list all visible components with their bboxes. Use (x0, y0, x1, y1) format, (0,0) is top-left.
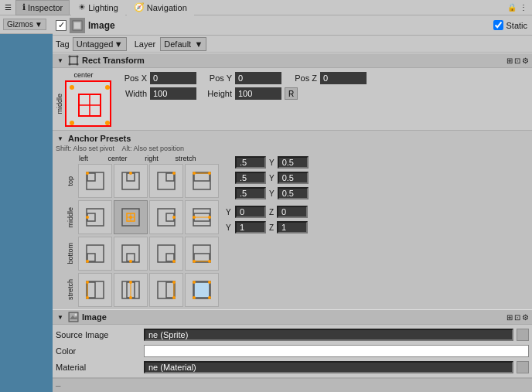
row-label-spacer (56, 155, 66, 308)
preset-stretch-stretch[interactable] (185, 273, 219, 307)
tab-navigation[interactable]: 🧭 Navigation (127, 0, 194, 15)
width-input[interactable] (150, 87, 196, 100)
preset-stretch-left[interactable] (78, 273, 112, 307)
preset-top-left[interactable] (78, 164, 112, 198)
layer-dropdown[interactable]: Default ▼ (160, 37, 206, 51)
r-button[interactable]: R (285, 87, 298, 100)
image-comp-title: Image (82, 312, 107, 322)
material-label: Material (56, 363, 141, 372)
preset-top-stretch[interactable] (185, 164, 219, 198)
pos-y-input[interactable] (235, 72, 281, 84)
scene-view-panel (0, 34, 53, 392)
preset-top-right[interactable] (149, 164, 183, 198)
preset-middle-center[interactable] (114, 200, 148, 234)
pos-z3-row: Y Z (226, 220, 309, 234)
anchor-widget-svg (66, 82, 113, 128)
bottom-bar: ─ (53, 378, 532, 392)
preset-middle-stretch[interactable] (185, 200, 219, 234)
presets-right-values: Y Y Y (226, 145, 309, 308)
height-input[interactable] (235, 87, 281, 100)
anchor-presets-body: Shift: Also set pivot Alt: Also set posi… (56, 145, 529, 308)
pos-row: Pos X Pos Y Pos Z (114, 71, 529, 85)
image-comp-gear-icon[interactable]: ⚙ (522, 313, 529, 322)
anchor-presets-title: Anchor Presets (68, 134, 131, 143)
pos-z3-input[interactable] (235, 221, 266, 233)
color-picker[interactable] (144, 345, 529, 357)
svg-point-22 (172, 172, 176, 175)
pos-z2-input[interactable] (235, 206, 266, 218)
presets-row-top: top (66, 163, 220, 199)
anchor-max-y-input[interactable] (278, 187, 309, 199)
preset-bottom-center[interactable] (114, 237, 148, 271)
gizmos-dropdown-icon: ▼ (35, 20, 43, 29)
svg-point-8 (105, 85, 110, 90)
gizmos-label: Gizmos (7, 20, 33, 29)
menu-icon[interactable]: ☰ (2, 2, 14, 14)
pos-z-input[interactable] (320, 72, 367, 84)
inspector-scroll-area[interactable]: ▼ Rect Transform ⊞ ⊡ ⚙ (53, 53, 532, 378)
rect-transform-collapse[interactable]: ▼ (56, 56, 65, 65)
tag-dropdown-arrow: ▼ (114, 39, 123, 49)
image-comp-copy-icon[interactable]: ⊞ (506, 313, 513, 322)
z-label-1: Z (269, 208, 274, 216)
pivot-y-input[interactable] (278, 156, 309, 169)
lock-icon[interactable]: 🔒 (507, 3, 517, 12)
preset-stretch-right[interactable] (149, 273, 183, 307)
preset-bottom-left[interactable] (78, 237, 112, 271)
color-label: Color (56, 346, 141, 356)
source-image-input[interactable] (144, 329, 513, 341)
preset-bottom-right[interactable] (149, 237, 183, 271)
svg-point-78 (208, 296, 211, 299)
rect-transform-section: ▼ Rect Transform ⊞ ⊡ ⚙ (53, 53, 532, 309)
static-checkbox[interactable] (493, 20, 503, 30)
object-enabled-checkbox[interactable]: ✓ (56, 20, 66, 31)
gizmos-button[interactable]: Gizmos ▼ (3, 19, 46, 30)
tab-inspector[interactable]: ℹ Inspector (15, 0, 70, 15)
preset-middle-left[interactable] (78, 200, 112, 234)
anchor-presets-collapse[interactable]: ▼ (56, 134, 65, 143)
col-headers-row: left center right stretch (66, 155, 220, 162)
preset-top-center[interactable] (114, 164, 148, 198)
pos-z-label: Pos Z (285, 73, 317, 83)
left-sidebar: Gizmos ▼ (0, 15, 53, 392)
svg-point-46 (86, 260, 89, 263)
z-input-1[interactable] (277, 206, 308, 218)
rect-transform-copy-icon[interactable]: ⊞ (506, 56, 513, 65)
pos-x-input[interactable] (150, 72, 196, 84)
rect-transform-paste-icon[interactable]: ⊡ (514, 56, 520, 65)
pivot-x-input[interactable] (235, 156, 266, 169)
layer-dropdown-arrow: ▼ (194, 39, 203, 49)
preset-middle-right[interactable] (149, 200, 183, 234)
anchor-max-x-input[interactable] (235, 187, 266, 199)
image-comp-paste-icon[interactable]: ⊡ (514, 313, 520, 322)
col-left-label: left (66, 155, 101, 162)
rect-transform-gear-icon[interactable]: ⚙ (522, 56, 529, 65)
svg-point-10 (105, 121, 110, 125)
image-comp-collapse[interactable]: ▼ (56, 312, 65, 322)
tab-lighting[interactable]: ☀ Lighting (71, 0, 125, 15)
tag-dropdown[interactable]: Untagged ▼ (73, 37, 127, 51)
z-label-2: Z (269, 223, 274, 232)
svg-point-5 (69, 63, 71, 66)
material-pick-btn[interactable] (517, 361, 529, 373)
source-image-pick-btn[interactable] (517, 329, 529, 341)
preset-bottom-stretch[interactable] (185, 237, 219, 271)
svg-point-7 (70, 85, 74, 90)
pos-z2-row: Y Z (226, 205, 309, 219)
svg-rect-2 (70, 56, 77, 64)
anchor-min-y-input[interactable] (278, 172, 309, 184)
anchor-min-x-input[interactable] (235, 172, 266, 184)
svg-point-19 (129, 172, 132, 175)
inspector-tab-icon: ℹ (22, 2, 26, 12)
rect-transform-content: center middle (53, 68, 532, 130)
svg-rect-74 (194, 282, 210, 298)
size-row: Width Height R (114, 87, 529, 101)
z-input-2[interactable] (277, 221, 308, 233)
row-top-label: top (66, 176, 77, 186)
more-icon[interactable]: ⋮ (520, 3, 527, 12)
image-comp-content: Source Image Color Material (53, 325, 532, 377)
anchor-widget-row: middle (56, 80, 111, 127)
material-input[interactable] (144, 361, 513, 373)
preset-stretch-center[interactable] (114, 273, 148, 307)
anchor-widget[interactable] (65, 80, 111, 127)
